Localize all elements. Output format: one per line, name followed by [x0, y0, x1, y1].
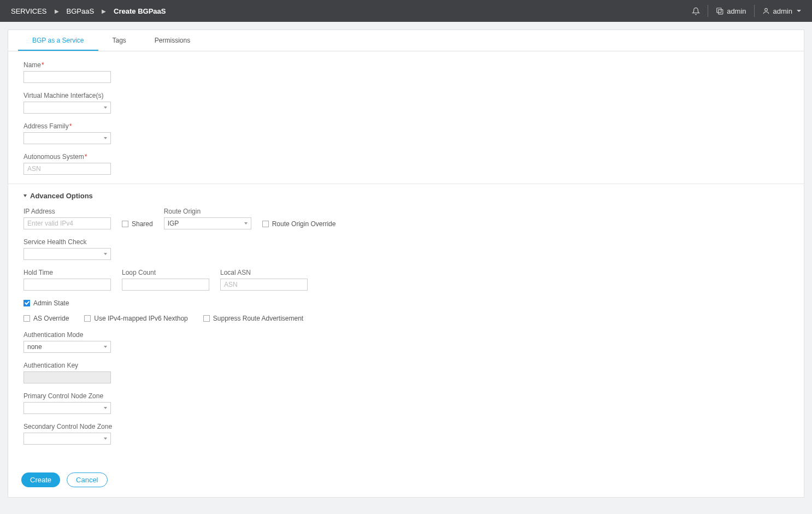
chevron-down-icon — [104, 137, 107, 139]
label-hold-time: Hold Time — [23, 269, 111, 276]
row-ip-routeorigin: IP Address Shared Route Origin IGP Route… — [23, 208, 789, 229]
ipv4-mapped-label: Use IPv4-mapped IPv6 Nexthop — [94, 315, 187, 322]
label-address-family: Address Family* — [23, 122, 789, 130]
suppress-checkbox[interactable] — [203, 315, 210, 322]
user-label: admin — [773, 7, 792, 15]
ip-address-input[interactable] — [23, 217, 111, 229]
label-ip-address: IP Address — [23, 208, 111, 215]
breadcrumb-root[interactable]: SERVICES — [11, 7, 47, 15]
label-auth-mode: Authentication Mode — [23, 331, 789, 339]
triangle-down-icon — [23, 194, 27, 197]
field-ip-address: IP Address — [23, 208, 111, 229]
hold-time-input[interactable] — [23, 279, 111, 291]
breadcrumb-mid[interactable]: BGPaaS — [67, 7, 95, 15]
field-autonomous-system: Autonomous System* — [23, 153, 789, 175]
domain-label: admin — [727, 7, 746, 15]
separator — [708, 5, 708, 17]
topbar-right: admin admin — [692, 5, 801, 17]
suppress-label: Suppress Route Advertisement — [213, 315, 303, 322]
label-vmi: Virtual Machine Interface(s) — [23, 92, 789, 99]
asn-input[interactable] — [23, 163, 111, 175]
field-hold-time: Hold Time — [23, 269, 111, 291]
name-input[interactable] — [23, 71, 111, 83]
as-override-wrap[interactable]: AS Override — [23, 315, 69, 322]
auth-mode-select[interactable]: none — [23, 341, 111, 353]
domain-icon — [716, 7, 723, 15]
shared-checkbox-wrap[interactable]: Shared — [122, 220, 153, 228]
field-local-asn: Local ASN — [220, 269, 308, 291]
user-dropdown[interactable]: admin — [762, 7, 801, 15]
chevron-down-icon — [104, 346, 107, 348]
vmi-select[interactable] — [23, 102, 111, 114]
notifications-button[interactable] — [692, 7, 700, 15]
label-local-asn: Local ASN — [220, 269, 308, 276]
field-primary-zone: Primary Control Node Zone — [23, 392, 789, 414]
advanced-options-toggle[interactable]: Advanced Options — [23, 192, 789, 200]
create-button[interactable]: Create — [21, 472, 60, 487]
chevron-down-icon — [104, 438, 107, 440]
form-body: Name* Virtual Machine Interface(s) Addre… — [8, 51, 804, 459]
label-service-health-check: Service Health Check — [23, 238, 789, 246]
field-auth-mode: Authentication Mode none — [23, 331, 789, 353]
svg-rect-0 — [717, 8, 721, 13]
field-secondary-zone: Secondary Control Node Zone — [23, 423, 789, 445]
tab-permissions[interactable]: Permissions — [140, 30, 204, 51]
required-marker: * — [85, 153, 87, 161]
primary-zone-select[interactable] — [23, 402, 111, 414]
domain-dropdown[interactable]: admin — [716, 7, 746, 15]
as-override-label: AS Override — [33, 315, 69, 322]
chevron-down-icon — [104, 407, 107, 409]
chevron-down-icon — [244, 222, 248, 224]
row-flags: AS Override Use IPv4-mapped IPv6 Nexthop… — [23, 315, 789, 322]
suppress-wrap[interactable]: Suppress Route Advertisement — [203, 315, 303, 322]
required-marker: * — [69, 122, 72, 130]
tab-tags[interactable]: Tags — [98, 30, 140, 51]
field-loop-count: Loop Count — [122, 269, 209, 291]
advanced-options-label: Advanced Options — [30, 192, 93, 200]
cancel-button[interactable]: Cancel — [67, 472, 107, 487]
admin-state-checkbox[interactable] — [23, 300, 30, 306]
route-origin-override-label: Route Origin Override — [272, 220, 336, 228]
label-name: Name* — [23, 61, 789, 69]
route-origin-select[interactable]: IGP — [164, 217, 251, 229]
route-origin-override-wrap[interactable]: Route Origin Override — [262, 220, 336, 228]
label-autonomous-system: Autonomous System* — [23, 153, 789, 161]
ipv4-mapped-wrap[interactable]: Use IPv4-mapped IPv6 Nexthop — [84, 315, 187, 322]
service-health-check-select[interactable] — [23, 248, 111, 260]
field-address-family: Address Family* — [23, 122, 789, 144]
shared-checkbox[interactable] — [122, 221, 128, 227]
tabs: BGP as a Service Tags Permissions — [8, 30, 804, 51]
required-marker: * — [42, 61, 44, 69]
route-origin-override-checkbox[interactable] — [262, 221, 269, 227]
breadcrumb: SERVICES ▶ BGPaaS ▶ Create BGPaaS — [11, 7, 166, 15]
user-icon — [762, 7, 770, 15]
field-service-health-check: Service Health Check — [23, 238, 789, 260]
chevron-down-icon — [797, 10, 801, 12]
label-route-origin: Route Origin — [164, 208, 251, 215]
topbar: SERVICES ▶ BGPaaS ▶ Create BGPaaS admin … — [0, 0, 812, 22]
secondary-zone-select[interactable] — [23, 433, 111, 445]
label-primary-zone: Primary Control Node Zone — [23, 392, 789, 400]
admin-state-label: Admin State — [33, 299, 69, 307]
label-secondary-zone: Secondary Control Node Zone — [23, 423, 789, 430]
chevron-down-icon — [104, 253, 107, 255]
local-asn-input[interactable] — [220, 279, 308, 291]
as-override-checkbox[interactable] — [23, 315, 30, 322]
chevron-right-icon: ▶ — [102, 8, 106, 14]
form-panel: BGP as a Service Tags Permissions Name* … — [8, 29, 804, 498]
shared-label: Shared — [132, 220, 153, 228]
svg-point-2 — [764, 8, 767, 11]
auth-key-input — [23, 371, 111, 383]
separator — [754, 5, 755, 17]
loop-count-input[interactable] — [122, 279, 209, 291]
chevron-right-icon: ▶ — [55, 8, 59, 14]
tab-bgp-as-a-service[interactable]: BGP as a Service — [18, 30, 98, 51]
address-family-select[interactable] — [23, 132, 111, 144]
svg-rect-1 — [719, 10, 723, 14]
label-auth-key: Authentication Key — [23, 362, 789, 369]
ipv4-mapped-checkbox[interactable] — [84, 315, 91, 322]
label-loop-count: Loop Count — [122, 269, 209, 276]
admin-state-wrap[interactable]: Admin State — [23, 299, 789, 307]
bell-icon — [692, 7, 700, 15]
field-vmi: Virtual Machine Interface(s) — [23, 92, 789, 114]
